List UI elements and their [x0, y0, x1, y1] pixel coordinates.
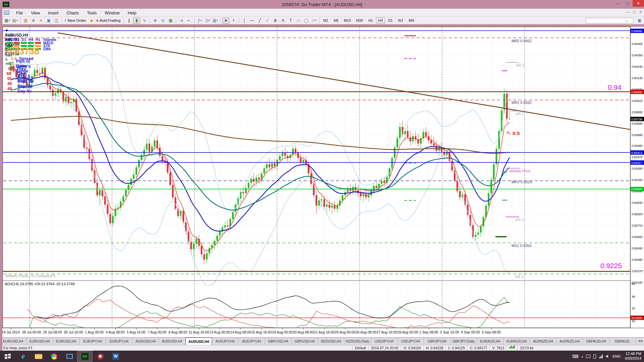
time-tick [408, 328, 408, 329]
taskbar-app-internet-explorer[interactable]: e [15, 351, 31, 362]
chart-tabs-bar: EURUSD,H4EURUSD,H4EURUSD,H4EURJPY,H4EURJ… [0, 337, 644, 345]
taskbar-app-word[interactable]: W [108, 351, 123, 362]
chart-tab-usdjpy-h4[interactable]: USDJPY,H4 [397, 338, 424, 345]
chart-tab-nzdusd-h4[interactable]: NZDUSD,H4 [318, 338, 344, 345]
taskbar-app-remote-monitor[interactable] [62, 351, 77, 362]
price-tick: 0.92380 [632, 258, 642, 261]
chart-tab-nzdusd-daily[interactable]: NZDUSD,Daily [344, 338, 371, 345]
time-tick [115, 328, 116, 329]
stat-value: 55 [5, 76, 12, 81]
chart-tab-gbpjpy-daily[interactable]: GBPJPY,Daily [450, 338, 477, 345]
time-tick [240, 328, 241, 329]
speaker-icon[interactable] [606, 355, 609, 358]
red-circle-icon [97, 353, 104, 360]
chart-tab-usdjpy-h4[interactable]: USDJPY,H4 [371, 338, 397, 345]
chart-tab-gbpjpy-h4[interactable]: GBPJPY,H4 [424, 338, 450, 345]
time-tick [387, 328, 387, 329]
time-tick [199, 328, 199, 329]
clock-time: 12:48 PM [625, 352, 641, 356]
taskbar-app-chrome[interactable] [46, 351, 62, 362]
language-indicator[interactable]: ENG [612, 354, 621, 358]
chart-tab-audusd-h4[interactable]: AUDUSD,H4 [185, 338, 212, 345]
internet-explorer-icon: e [21, 352, 25, 361]
signal-cell [7, 42, 13, 44]
price-marker-0.93317: 0.93317 [631, 160, 644, 165]
price-tick: 0.93370 [632, 155, 642, 159]
time-tick [366, 328, 366, 329]
adx-indicator-label: ADX(14) 24.0785 +DI:22.9764 -DI:13.2749 [5, 282, 75, 286]
stat-row-prev-30-day-av: 49Prev 30 Day Av [5, 86, 35, 91]
chart-tab-gbpusd-h4[interactable]: GBPUSD,H4 [291, 338, 318, 345]
chart-tab-eurjpy-h4[interactable]: EURJPY,H4 [79, 338, 106, 345]
time-tick [53, 328, 53, 329]
time-axis[interactable]: 24 Jul 201428 Jul 00:0029 Jul 08:0030 Ju… [0, 328, 644, 337]
system-tray: ⌨▴ENG12:48 PM6/09/2014 [572, 351, 641, 362]
time-tick [303, 328, 304, 329]
chart-tab-audjpy-h4[interactable]: AUDJPY,H4 [212, 338, 238, 345]
chart-tab-gbpaud-[interactable]: GBPAUD, [609, 338, 636, 345]
network-signal-icon[interactable] [599, 355, 603, 358]
price-scale[interactable]: 0.945890.944650.943550.942450.941350.940… [630, 27, 644, 328]
monitor-icon [66, 354, 73, 359]
chart-label-weekly-pivot: Weekly Pivot [509, 169, 530, 173]
chart-label-0-9225: 0.9225 [600, 262, 622, 269]
chart-label-wr-2: wR 2 [516, 63, 524, 67]
taskbar-clock[interactable]: 12:48 PM6/09/2014 [625, 352, 641, 361]
price-tick: 0.94355 [632, 53, 642, 57]
status-cell: 337/3 kb [517, 345, 536, 351]
chart-tab-audusd-h4[interactable]: AUDUSD,H4 [132, 338, 159, 345]
chart-tab-eurusd-h4[interactable]: EURUSD,H4 [0, 338, 26, 345]
tray-expand-icon[interactable]: ▴ [582, 355, 583, 358]
time-label: 29 Aug 00:00 [397, 330, 418, 334]
tray-monitor-icon[interactable] [586, 355, 590, 358]
price-tick: 0.93480 [632, 144, 642, 147]
chart-tab-eurusd-h4[interactable]: EURUSD,H4 [26, 338, 53, 345]
time-tick [73, 328, 74, 329]
chart-tab-audnzd-h4[interactable]: AUDNZD,H4 [556, 338, 583, 345]
signals-col-w1: W1 [14, 38, 20, 42]
adx-tick: 16 [632, 319, 635, 323]
start-button[interactable] [0, 351, 15, 362]
price-tick: 0.93260 [632, 167, 642, 170]
time-label: 27 Aug 16:00 [376, 330, 397, 334]
price-tick: 0.93040 [632, 189, 642, 193]
taskbar-app-go-trader[interactable]: GO [77, 351, 93, 362]
price-tick: 0.92270 [632, 269, 642, 273]
chart-tab-audjpy-h4[interactable]: AUDJPY,H4 [238, 338, 265, 345]
price-marker-0.94589: 0.94589 [631, 28, 644, 33]
time-label: 30 Jul 16:00 [64, 330, 83, 334]
taskbar-app-file-explorer[interactable] [31, 351, 46, 362]
price-chart-canvas[interactable] [0, 0, 644, 337]
time-tick [491, 328, 492, 329]
chart-tab-gbpaud-h4[interactable]: GBPAUD,H4 [583, 338, 609, 345]
price-marker-0.93738: 0.93738 [631, 117, 644, 121]
indicator-watermark: Weekly Pivots | © CompassFX [5, 274, 56, 278]
stat-value: 69 [5, 66, 13, 71]
time-label: 19 Aug 00:00 [272, 330, 293, 334]
chart-tab-eurusd-h4[interactable]: EURUSD,H4 [53, 338, 79, 345]
tab-scroll-arrows[interactable]: ◂ ▸ [638, 339, 643, 343]
chrome-icon [51, 353, 57, 360]
chart-tab-audusd-h4[interactable]: AUDUSD,H4 [159, 338, 185, 345]
time-tick [471, 328, 471, 329]
desktop: 0.945890.944650.943550.942450.941350.940… [0, 0, 644, 362]
chart-tab-euraud-h4[interactable]: EURAUD,H4 [477, 338, 503, 345]
taskbar-app-red-circle[interactable] [93, 351, 108, 362]
time-label: 13 Aug 00:00 [209, 330, 230, 334]
chart-tab-audnzd-h4[interactable]: AUDNZD,H4 [530, 338, 556, 345]
time-label: 15 Aug 16:00 [251, 330, 272, 334]
price-tick: 0.92820 [632, 212, 642, 216]
stat-value: 49 [5, 86, 12, 91]
price-tick: 0.93585 [632, 133, 642, 136]
word-icon: W [112, 353, 119, 360]
signals-col-d1: D1 [21, 38, 27, 42]
time-tick [324, 328, 325, 329]
status-histogram-icon [506, 345, 517, 349]
signals-col-h4: H4 [28, 38, 34, 42]
chart-tab-eurjpy-h4[interactable]: EURJPY,H4 [106, 338, 132, 345]
chart-tab-gbpusd-h4[interactable]: GBPUSD,H4 [265, 338, 291, 345]
keyboard-icon[interactable]: ⌨ [572, 354, 579, 359]
status-bar: For Help, press F1 Default2014.07.24 20:… [0, 345, 644, 351]
chart-tab-euraud-h4[interactable]: EURAUD,H4 [503, 338, 530, 345]
tray-device-icon[interactable] [593, 354, 596, 359]
